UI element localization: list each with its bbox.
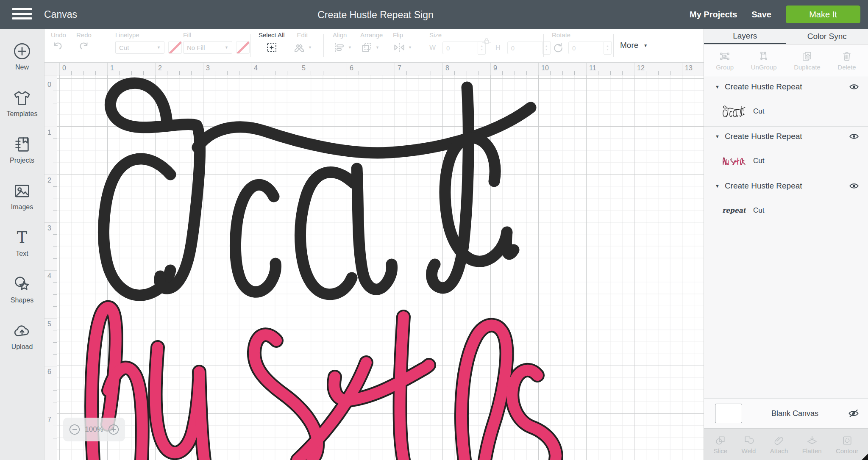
canvas-label[interactable]: Canvas <box>44 9 77 20</box>
contour-button[interactable]: Contour <box>836 435 858 454</box>
layer-group-header[interactable]: ▼Create Hustle Repeat <box>704 176 868 196</box>
linetype-swatch[interactable] <box>168 41 182 54</box>
layer-group-title: Create Hustle Repeat <box>725 82 849 91</box>
sidebar-item-text[interactable]: TText <box>0 228 44 274</box>
blank-canvas-label: Blank Canvas <box>742 409 848 418</box>
sidebar-item-upload[interactable]: Upload <box>0 321 44 368</box>
plus-circle-icon <box>12 42 32 61</box>
chevron-down-icon: ▼ <box>408 46 412 50</box>
layer-group-header[interactable]: ▼Create Hustle Repeat <box>704 127 868 146</box>
ruler-number: 6 <box>47 368 51 376</box>
slice-button[interactable]: Slice <box>714 435 728 454</box>
ruler-number: 0 <box>62 64 66 72</box>
flatten-button[interactable]: Flatten <box>802 435 822 454</box>
sidebar-item-projects[interactable]: Projects <box>0 135 44 181</box>
notebook-icon <box>12 135 32 154</box>
tab-color-sync[interactable]: Color Sync <box>786 29 868 44</box>
boolean-tools-bar: SliceWeldAttachFlattenContour <box>704 428 868 460</box>
duplicate-icon <box>801 50 813 62</box>
collapse-caret-icon[interactable]: ▼ <box>715 183 720 188</box>
flip-icon <box>393 41 406 54</box>
fill-swatch[interactable] <box>236 41 250 54</box>
collapse-caret-icon[interactable]: ▼ <box>715 134 720 139</box>
menu-icon[interactable] <box>12 8 32 21</box>
sidebar-item-new[interactable]: New <box>0 42 44 88</box>
rotate-icon <box>552 42 565 54</box>
width-input[interactable]: 0 <box>442 42 478 54</box>
undo-button[interactable]: Undo <box>51 31 66 55</box>
my-projects-link[interactable]: My Projects <box>690 10 737 19</box>
visibility-eye-icon[interactable] <box>849 81 860 92</box>
duplicate-button[interactable]: Duplicate <box>794 50 821 71</box>
weld-button[interactable]: Weld <box>742 435 756 454</box>
layer-linetype-label: Cut <box>753 206 764 215</box>
linetype-select[interactable]: Cut ▼ <box>115 41 164 54</box>
sidebar-item-templates[interactable]: Templates <box>0 88 44 135</box>
more-button[interactable]: More ▼ <box>620 41 648 50</box>
ruler-number: 9 <box>493 64 497 72</box>
collapse-caret-icon[interactable]: ▼ <box>715 84 720 89</box>
height-stepper[interactable]: ▲▼ <box>543 41 551 55</box>
layer-actions: GroupUnGroupDuplicateDelete <box>704 44 868 77</box>
flatten-icon <box>806 435 818 446</box>
visibility-eye-icon[interactable] <box>849 180 860 191</box>
ruler-number: 1 <box>110 64 114 72</box>
ruler-number: 6 <box>350 64 353 72</box>
make-it-button[interactable]: Make It <box>786 6 860 23</box>
delete-button[interactable]: Delete <box>837 50 856 71</box>
height-input[interactable]: 0 <box>507 42 543 54</box>
layer-linetype-label: Cut <box>753 157 764 165</box>
align-button[interactable]: Align ▼ <box>333 31 352 54</box>
chevron-down-icon: ▼ <box>225 46 228 50</box>
hustle-word-art[interactable] <box>92 308 556 460</box>
select-all-button[interactable]: Select All <box>259 31 285 54</box>
ungroup-icon <box>758 50 770 62</box>
save-link[interactable]: Save <box>751 10 771 19</box>
fill-value: No Fill <box>187 44 205 51</box>
layer-item-repeat[interactable]: repeatCut <box>704 196 868 225</box>
layer-thumbnail-create <box>723 103 746 120</box>
flip-button[interactable]: Flip ▼ <box>393 31 412 54</box>
ruler-number: 4 <box>254 64 258 72</box>
ruler-number: 1 <box>47 129 51 136</box>
layer-item-hustle[interactable]: Cut <box>704 146 868 176</box>
sidebar-item-label: Text <box>16 250 28 258</box>
edit-button[interactable]: Edit ▼ <box>293 31 312 54</box>
sidebar-item-label: New <box>15 64 29 71</box>
blank-canvas-row[interactable]: Blank Canvas <box>704 398 868 428</box>
chevron-down-icon: ▼ <box>643 44 648 47</box>
image-icon <box>12 181 32 201</box>
svg-text:repeat: repeat <box>723 206 746 214</box>
chevron-down-icon: ▼ <box>308 46 312 50</box>
fill-select[interactable]: No Fill ▼ <box>183 41 232 54</box>
layer-item-create[interactable]: Cut <box>704 97 868 126</box>
layer-group-title: Create Hustle Repeat <box>725 132 849 141</box>
redo-button[interactable]: Redo <box>76 31 92 55</box>
panel-resize-handle[interactable] <box>862 454 868 460</box>
tab-layers[interactable]: Layers <box>704 29 786 44</box>
zoom-in-icon[interactable] <box>107 423 120 436</box>
design-canvas[interactable]: 100% <box>57 75 704 460</box>
canvas-artwork <box>57 75 704 460</box>
ruler-number: 11 <box>589 64 596 72</box>
visibility-off-icon[interactable] <box>848 407 860 419</box>
redo-icon <box>76 39 91 53</box>
ruler-number: 5 <box>47 320 51 328</box>
arrange-button[interactable]: Arrange ▼ <box>360 31 383 54</box>
lock-icon[interactable] <box>482 36 491 45</box>
ungroup-button[interactable]: UnGroup <box>751 50 777 71</box>
rotate-stepper[interactable]: ▲▼ <box>604 41 612 55</box>
rotate-input[interactable]: 0 <box>568 42 604 54</box>
layer-group-header[interactable]: ▼Create Hustle Repeat <box>704 77 868 97</box>
ruler-corner <box>45 63 57 75</box>
sidebar-item-images[interactable]: Images <box>0 181 44 228</box>
linetype-group: Linetype Cut ▼ <box>115 31 182 54</box>
vertical-ruler: 01234567 <box>45 75 57 460</box>
select-all-icon <box>265 41 278 54</box>
zoom-out-icon[interactable] <box>68 423 81 436</box>
visibility-eye-icon[interactable] <box>849 131 860 142</box>
attach-button[interactable]: Attach <box>770 435 788 454</box>
create-word-art[interactable] <box>104 83 531 295</box>
group-button[interactable]: Group <box>716 50 734 71</box>
sidebar-item-shapes[interactable]: Shapes <box>0 274 44 321</box>
